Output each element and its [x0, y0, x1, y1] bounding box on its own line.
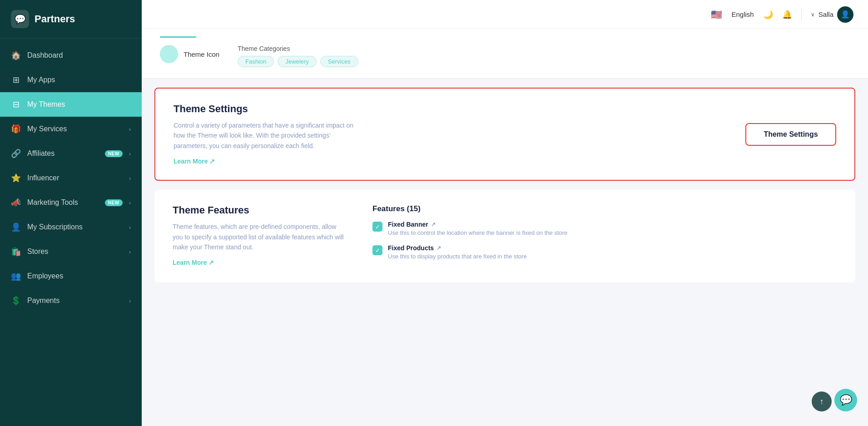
- user-menu[interactable]: ∨ Salla 👤: [811, 6, 853, 23]
- sidebar-item-affiliates[interactable]: 🔗AffiliatesNEW›: [0, 141, 142, 166]
- dashboard-label: Dashboard: [27, 51, 131, 59]
- affiliates-icon: 🔗: [11, 149, 21, 159]
- theme-icon-label: Theme Icon: [184, 50, 219, 58]
- stores-icon: 🛍️: [11, 247, 21, 257]
- category-tag: Jewelery: [278, 56, 316, 67]
- feature-checkbox-0[interactable]: ✓: [372, 222, 382, 232]
- sidebar-item-employees[interactable]: 👥Employees: [0, 264, 142, 288]
- my-subscriptions-icon: 👤: [11, 222, 21, 232]
- feature-item: ✓Fixed Banner ↗Use this to control the l…: [372, 221, 837, 236]
- influencer-label: Influencer: [27, 174, 123, 182]
- content-area: Theme Icon Theme Categories FashionJewel…: [142, 29, 868, 426]
- dropdown-caret: ∨: [811, 11, 815, 18]
- logo-icon: 💬: [11, 10, 29, 28]
- flag-icon: 🇺🇸: [711, 9, 722, 20]
- sidebar-item-stores[interactable]: 🛍️Stores›: [0, 239, 142, 264]
- theme-settings-description: Control a variety of parameters that hav…: [174, 120, 364, 151]
- category-tag: Services: [320, 56, 358, 67]
- chat-button[interactable]: 💬: [834, 389, 857, 411]
- sidebar-item-my-subscriptions[interactable]: 👤My Subscriptions›: [0, 215, 142, 239]
- external-link-icon[interactable]: ↗: [436, 245, 441, 251]
- theme-settings-title: Theme Settings: [174, 103, 364, 115]
- bell-icon[interactable]: 🔔: [782, 10, 792, 20]
- theme-icon-circle: [160, 45, 178, 63]
- main-area: 🇺🇸 English 🌙 🔔 ∨ Salla 👤 Theme Icon Them…: [142, 0, 868, 426]
- language-label: English: [731, 10, 754, 18]
- features-heading: Features (15): [372, 204, 837, 213]
- my-subscriptions-arrow: ›: [129, 224, 131, 231]
- employees-icon: 👥: [11, 271, 21, 281]
- theme-settings-button[interactable]: Theme Settings: [745, 123, 836, 146]
- feature-label-1: Fixed Products ↗: [388, 244, 527, 252]
- marketing-tools-icon: 📣: [11, 198, 21, 208]
- features-left: Theme Features Theme features, which are…: [173, 204, 345, 268]
- marketing-tools-arrow: ›: [129, 199, 131, 206]
- affiliates-badge: NEW: [105, 150, 123, 157]
- marketing-tools-badge: NEW: [105, 199, 123, 206]
- affiliates-arrow: ›: [129, 150, 131, 157]
- theme-settings-learn-more[interactable]: Learn More ↗: [174, 158, 215, 165]
- my-services-icon: 🎁: [11, 124, 21, 134]
- influencer-icon: ⭐: [11, 173, 21, 183]
- my-services-label: My Services: [27, 125, 123, 133]
- sidebar-item-dashboard[interactable]: 🏠Dashboard: [0, 43, 142, 68]
- external-link-icon[interactable]: ↗: [431, 221, 436, 228]
- dashboard-icon: 🏠: [11, 50, 21, 60]
- username-label: Salla: [818, 10, 833, 18]
- sidebar-item-marketing-tools[interactable]: 📣Marketing ToolsNEW›: [0, 190, 142, 215]
- feature-info-1: Fixed Products ↗Use this to display prod…: [388, 244, 527, 260]
- employees-label: Employees: [27, 272, 131, 280]
- stores-label: Stores: [27, 248, 123, 256]
- theme-settings-card: Theme Settings Control a variety of para…: [154, 88, 855, 181]
- feature-desc-1: Use this to display products that are fi…: [388, 253, 527, 260]
- user-avatar: 👤: [837, 6, 853, 23]
- feature-checkbox-1[interactable]: ✓: [372, 245, 382, 255]
- theme-icon-left: Theme Icon: [160, 45, 219, 63]
- sidebar-item-my-apps[interactable]: ⊞My Apps: [0, 68, 142, 92]
- moon-icon[interactable]: 🌙: [763, 10, 773, 20]
- categories-label: Theme Categories: [238, 45, 358, 52]
- affiliates-label: Affiliates: [27, 149, 99, 158]
- marketing-tools-label: Marketing Tools: [27, 198, 99, 207]
- sidebar-nav: 🏠Dashboard⊞My Apps⊟My Themes🎁My Services…: [0, 39, 142, 426]
- header: 🇺🇸 English 🌙 🔔 ∨ Salla 👤: [142, 0, 868, 29]
- category-tags: FashionJeweleryServices: [238, 56, 358, 67]
- payments-icon: 💲: [11, 296, 21, 306]
- theme-icon-section: Theme Icon Theme Categories FashionJewel…: [142, 29, 868, 79]
- payments-label: Payments: [27, 297, 123, 305]
- my-themes-icon: ⊟: [11, 99, 21, 109]
- stores-arrow: ›: [129, 248, 131, 255]
- sidebar: 💬 Partners 🏠Dashboard⊞My Apps⊟My Themes🎁…: [0, 0, 142, 426]
- header-divider: [801, 9, 802, 20]
- my-services-arrow: ›: [129, 126, 131, 133]
- sidebar-logo[interactable]: 💬 Partners: [0, 0, 142, 39]
- my-apps-label: My Apps: [27, 76, 131, 84]
- sidebar-item-my-themes[interactable]: ⊟My Themes: [0, 92, 142, 117]
- feature-desc-0: Use this to control the location where t…: [388, 229, 567, 236]
- influencer-arrow: ›: [129, 175, 131, 182]
- feature-item: ✓Fixed Products ↗Use this to display pro…: [372, 244, 837, 260]
- features-title: Theme Features: [173, 204, 345, 216]
- features-right: Features (15) ✓Fixed Banner ↗Use this to…: [372, 204, 837, 268]
- feature-info-0: Fixed Banner ↗Use this to control the lo…: [388, 221, 567, 236]
- sidebar-item-payments[interactable]: 💲Payments›: [0, 288, 142, 313]
- sidebar-item-my-services[interactable]: 🎁My Services›: [0, 117, 142, 141]
- feature-label-0: Fixed Banner ↗: [388, 221, 567, 228]
- features-description: Theme features, which are pre-defined co…: [173, 222, 345, 252]
- theme-categories: Theme Categories FashionJeweleryServices: [238, 45, 358, 67]
- features-learn-more[interactable]: Learn More ↗: [173, 259, 214, 266]
- theme-features-card: Theme Features Theme features, which are…: [154, 190, 855, 282]
- logo-text: Partners: [35, 13, 75, 25]
- payments-arrow: ›: [129, 297, 131, 304]
- theme-settings-text: Theme Settings Control a variety of para…: [174, 103, 364, 165]
- category-tag: Fashion: [238, 56, 274, 67]
- scroll-up-button[interactable]: ↑: [812, 391, 832, 411]
- my-themes-label: My Themes: [27, 100, 131, 109]
- my-subscriptions-label: My Subscriptions: [27, 223, 123, 231]
- tab-underline: [160, 36, 196, 38]
- sidebar-item-influencer[interactable]: ⭐Influencer›: [0, 166, 142, 190]
- my-apps-icon: ⊞: [11, 75, 21, 85]
